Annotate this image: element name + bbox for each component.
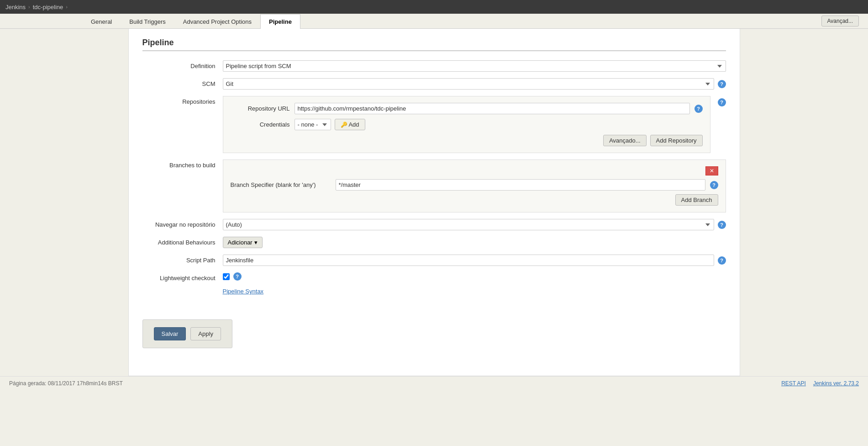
credentials-row: Credentials - none - 🔑 Add [231, 119, 703, 130]
add-repository-button[interactable]: Add Repository [650, 135, 703, 146]
breadcrumb-jenkins[interactable]: Jenkins [5, 4, 26, 11]
script-path-label: Script Path [142, 255, 216, 264]
footer-rest-api-link[interactable]: REST API [781, 380, 806, 387]
navegar-select[interactable]: (Auto) [223, 219, 714, 230]
credentials-control: - none - 🔑 Add [295, 119, 365, 130]
add-branch-button[interactable]: Add Branch [675, 194, 718, 206]
scm-control: Git ? [223, 78, 726, 90]
script-path-input[interactable] [223, 255, 714, 266]
repositories-group: Repositories Repository URL ? Credential… [142, 96, 726, 153]
lightweight-help-icon[interactable]: ? [233, 272, 242, 281]
credentials-add-button[interactable]: 🔑 Add [335, 119, 365, 130]
definition-group: Definition Pipeline script from SCM [142, 60, 726, 72]
pipeline-section-title: Pipeline [142, 38, 726, 51]
tabs-bar: General Build Triggers Advanced Project … [0, 14, 868, 29]
repo-actions: Avançado... Add Repository [231, 135, 703, 146]
lightweight-control: ? [223, 272, 726, 281]
adicionar-label: Adicionar [228, 239, 253, 246]
avancado-button[interactable]: Avançado... [603, 135, 646, 146]
bottom-bar: Salvar Apply [142, 319, 232, 348]
script-path-group: Script Path ? [142, 255, 726, 266]
branches-header: ✕ [231, 166, 718, 175]
branches-control: ✕ Branch Specifier (blank for 'any') ? A… [223, 159, 726, 212]
branches-box: ✕ Branch Specifier (blank for 'any') ? A… [223, 159, 726, 212]
main-content: Pipeline Definition Pipeline script from… [128, 29, 740, 376]
footer-generated: Página gerada: 08/11/2017 17h8min14s BRS… [9, 380, 123, 387]
navegar-control: (Auto) ? [223, 219, 726, 230]
adicionar-button[interactable]: Adicionar ▾ [223, 237, 263, 248]
avancado-nav-button[interactable]: Avançad... [821, 16, 859, 27]
repositories-help-icon[interactable]: ? [718, 98, 726, 106]
branch-actions: Add Branch [231, 194, 718, 206]
adicionar-chevron-icon: ▾ [254, 239, 258, 246]
tab-general[interactable]: General [82, 14, 121, 29]
branch-specifier-help-icon[interactable]: ? [710, 181, 718, 189]
branches-group: Branches to build ✕ Branch Specifier (bl… [142, 159, 726, 212]
script-path-help-icon[interactable]: ? [718, 256, 726, 265]
tab-advanced-project-options[interactable]: Advanced Project Options [174, 14, 260, 29]
breadcrumb-pipeline[interactable]: tdc-pipeline [33, 4, 63, 11]
scm-group: SCM Git ? [142, 78, 726, 90]
branch-specifier-row: Branch Specifier (blank for 'any') ? [231, 179, 718, 191]
credentials-select[interactable]: - none - [295, 119, 331, 130]
branch-specifier-label: Branch Specifier (blank for 'any') [231, 181, 331, 188]
navegar-help-icon[interactable]: ? [718, 221, 726, 229]
footer-version-link[interactable]: Jenkins ver. 2.73.2 [813, 380, 859, 387]
footer-links: REST API Jenkins ver. 2.73.2 [781, 380, 859, 387]
lightweight-group: Lightweight checkout ? [142, 272, 726, 281]
repositories-control: Repository URL ? Credentials - none - [223, 96, 710, 153]
definition-label: Definition [142, 60, 216, 69]
additional-behaviours-group: Additional Behaviours Adicionar ▾ [142, 237, 726, 248]
script-path-control: ? [223, 255, 726, 266]
pipeline-syntax-group: Pipeline Syntax [142, 288, 726, 295]
breadcrumb-sep-2: › [66, 4, 68, 10]
scm-help-icon[interactable]: ? [718, 80, 726, 88]
definition-control: Pipeline script from SCM [223, 60, 726, 72]
top-nav: Jenkins › tdc-pipeline › [0, 0, 868, 14]
tabs-wrapper: General Build Triggers Advanced Project … [0, 14, 868, 29]
repo-url-label: Repository URL [231, 105, 290, 112]
tab-pipeline[interactable]: Pipeline [260, 14, 300, 29]
pipeline-section: Pipeline Definition Pipeline script from… [129, 29, 740, 310]
repo-url-input[interactable] [295, 103, 690, 114]
pipeline-syntax-link[interactable]: Pipeline Syntax [223, 288, 264, 295]
scm-label: SCM [142, 78, 216, 87]
lightweight-checkbox[interactable] [223, 273, 230, 280]
scm-select[interactable]: Git [223, 78, 714, 90]
breadcrumb-sep-1: › [28, 4, 30, 10]
repo-url-row: Repository URL ? [231, 103, 703, 114]
additional-behaviours-control: Adicionar ▾ [223, 237, 726, 248]
navegar-group: Navegar no repositório (Auto) ? [142, 219, 726, 230]
navegar-label: Navegar no repositório [142, 219, 216, 228]
apply-button[interactable]: Apply [190, 327, 221, 340]
credentials-label: Credentials [231, 121, 290, 128]
repositories-label: Repositories [142, 96, 216, 105]
salvar-button[interactable]: Salvar [154, 327, 186, 340]
credentials-add-label: Add [348, 121, 359, 128]
key-icon: 🔑 [341, 122, 347, 128]
pipeline-syntax-spacer [142, 288, 216, 290]
additional-behaviours-label: Additional Behaviours [142, 237, 216, 246]
pipeline-syntax-control: Pipeline Syntax [223, 288, 726, 295]
lightweight-label: Lightweight checkout [142, 272, 216, 281]
remove-branch-button[interactable]: ✕ [705, 166, 718, 175]
branches-label: Branches to build [142, 159, 216, 169]
repo-url-help-icon[interactable]: ? [694, 105, 703, 113]
repo-url-input-wrap [295, 103, 690, 114]
definition-select[interactable]: Pipeline script from SCM [223, 60, 726, 72]
repositories-box: Repository URL ? Credentials - none - [223, 96, 710, 153]
branch-specifier-input[interactable] [336, 179, 705, 191]
tab-build-triggers[interactable]: Build Triggers [121, 14, 174, 29]
page-footer: Página gerada: 08/11/2017 17h8min14s BRS… [0, 376, 868, 390]
